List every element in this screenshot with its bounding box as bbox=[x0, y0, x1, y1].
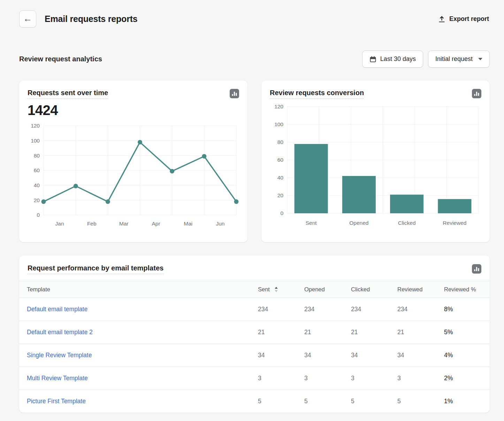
bar-chart-toggle-icon[interactable] bbox=[230, 89, 239, 98]
svg-text:Apr: Apr bbox=[152, 221, 160, 227]
sent-value: 234 bbox=[258, 298, 304, 321]
template-link[interactable]: Picture First Template bbox=[27, 398, 86, 405]
template-cell: Default email template 2 bbox=[19, 321, 258, 344]
svg-text:120: 120 bbox=[31, 123, 40, 129]
templates-table-body: Default email template2342342342348%Defa… bbox=[19, 298, 490, 413]
svg-text:Sent: Sent bbox=[306, 220, 317, 226]
clicked-value: 34 bbox=[351, 344, 397, 367]
svg-text:20: 20 bbox=[34, 197, 40, 203]
back-button[interactable]: ← bbox=[19, 10, 36, 28]
analytics-toolbar: Review request analytics Last 30 days In… bbox=[19, 51, 490, 68]
svg-text:80: 80 bbox=[34, 153, 40, 159]
calendar-icon bbox=[369, 56, 376, 63]
svg-text:40: 40 bbox=[277, 175, 284, 181]
email-requests-reports-page: ← Email requests reports Export report R… bbox=[0, 0, 504, 420]
opened-value: 5 bbox=[304, 390, 351, 413]
opened-value: 234 bbox=[304, 298, 351, 321]
bar-chart-toggle-icon[interactable] bbox=[472, 89, 481, 98]
svg-text:Opened: Opened bbox=[349, 220, 368, 226]
bar-chart-toggle-icon[interactable] bbox=[472, 264, 481, 274]
reviewed-value: 3 bbox=[397, 367, 444, 390]
requests-sent-card-head: Requests sent over time bbox=[28, 89, 239, 98]
column-header-reviewed-pct: Reviewed % bbox=[444, 281, 490, 298]
line-chart: 020406080100120JanFebMarAprMaiJun bbox=[28, 121, 239, 230]
column-header-opened: Opened bbox=[304, 281, 351, 298]
svg-text:120: 120 bbox=[274, 104, 283, 109]
templates-table-card: Request performance by email templates T… bbox=[19, 255, 490, 413]
sort-icon bbox=[274, 286, 278, 292]
table-row: Picture First Template55551% bbox=[19, 390, 490, 413]
toolbar-actions: Last 30 days Initial request bbox=[362, 51, 490, 68]
svg-text:Jun: Jun bbox=[216, 221, 224, 227]
requests-sent-card: Requests sent over time 1424 02040608010… bbox=[19, 81, 247, 242]
sent-value: 5 bbox=[258, 390, 304, 413]
clicked-value: 234 bbox=[351, 298, 397, 321]
conversion-title: Review requests conversion bbox=[270, 89, 364, 97]
svg-text:60: 60 bbox=[277, 157, 284, 163]
column-header-clicked: Clicked bbox=[351, 281, 397, 298]
back-arrow-icon: ← bbox=[23, 14, 32, 23]
conversion-card-head: Review requests conversion bbox=[270, 89, 481, 98]
mini-bar-chart-icon bbox=[474, 266, 480, 272]
svg-text:Reviewed: Reviewed bbox=[443, 220, 466, 226]
reviewed-pct-value: 8% bbox=[444, 298, 490, 321]
template-link[interactable]: Default email template 2 bbox=[27, 329, 93, 336]
date-range-button[interactable]: Last 30 days bbox=[362, 51, 423, 68]
svg-text:100: 100 bbox=[274, 121, 283, 127]
template-link[interactable]: Single Review Template bbox=[27, 352, 92, 359]
sent-value: 3 bbox=[258, 367, 304, 390]
page-title: Email requests reports bbox=[45, 14, 138, 24]
reviewed-value: 234 bbox=[397, 298, 444, 321]
svg-text:0: 0 bbox=[37, 212, 40, 218]
export-report-label: Export report bbox=[449, 15, 489, 23]
request-type-dropdown[interactable]: Initial request bbox=[428, 51, 490, 68]
table-row: Default email template 2212121215% bbox=[19, 321, 490, 344]
sent-value: 21 bbox=[258, 321, 304, 344]
opened-value: 3 bbox=[304, 367, 351, 390]
table-row: Single Review Template343434344% bbox=[19, 344, 490, 367]
export-report-button[interactable]: Export report bbox=[437, 14, 490, 24]
section-title: Review request analytics bbox=[19, 55, 102, 63]
clicked-value: 21 bbox=[351, 321, 397, 344]
reviewed-pct-value: 4% bbox=[444, 344, 490, 367]
opened-value: 34 bbox=[304, 344, 351, 367]
requests-sent-title: Requests sent over time bbox=[28, 89, 108, 97]
reviewed-pct-value: 2% bbox=[444, 367, 490, 390]
templates-table-head: Request performance by email templates bbox=[19, 255, 490, 281]
svg-text:Mar: Mar bbox=[119, 221, 129, 227]
request-type-label: Initial request bbox=[435, 55, 473, 63]
svg-text:Jan: Jan bbox=[55, 221, 64, 227]
svg-text:Feb: Feb bbox=[87, 221, 97, 227]
table-row: Default email template2342342342348% bbox=[19, 298, 490, 321]
template-cell: Multi Review Template bbox=[19, 367, 258, 390]
clicked-value: 5 bbox=[351, 390, 397, 413]
svg-text:40: 40 bbox=[34, 182, 40, 188]
svg-text:20: 20 bbox=[277, 192, 284, 198]
conversion-card: Review requests conversion 0204060801001… bbox=[261, 81, 490, 242]
mini-bar-chart-icon bbox=[474, 91, 480, 97]
clicked-value: 3 bbox=[351, 367, 397, 390]
template-cell: Picture First Template bbox=[19, 390, 258, 413]
table-header-row: Template Sent Opened Clicked Reviewed Re… bbox=[19, 281, 490, 298]
template-link[interactable]: Multi Review Template bbox=[27, 375, 88, 382]
reviewed-pct-value: 5% bbox=[444, 321, 490, 344]
requests-sent-total: 1424 bbox=[28, 102, 239, 118]
svg-text:Mai: Mai bbox=[184, 221, 192, 227]
page-header: ← Email requests reports Export report bbox=[19, 10, 490, 28]
column-header-sent[interactable]: Sent bbox=[258, 281, 304, 298]
reviewed-value: 34 bbox=[397, 344, 444, 367]
svg-text:Clicked: Clicked bbox=[398, 220, 416, 226]
template-link[interactable]: Default email template bbox=[27, 306, 87, 313]
sent-value: 34 bbox=[258, 344, 304, 367]
svg-text:60: 60 bbox=[34, 167, 40, 173]
templates-table-title: Request performance by email templates bbox=[28, 264, 163, 272]
template-cell: Default email template bbox=[19, 298, 258, 321]
template-cell: Single Review Template bbox=[19, 344, 258, 367]
bar-chart: 020406080100120SentOpenedClickedReviewed bbox=[270, 101, 481, 229]
analytics-cards: Requests sent over time 1424 02040608010… bbox=[19, 81, 490, 242]
svg-text:80: 80 bbox=[277, 139, 284, 145]
date-range-label: Last 30 days bbox=[380, 55, 416, 63]
column-header-template: Template bbox=[19, 281, 258, 298]
svg-text:100: 100 bbox=[31, 138, 40, 144]
table-row: Multi Review Template33332% bbox=[19, 367, 490, 390]
